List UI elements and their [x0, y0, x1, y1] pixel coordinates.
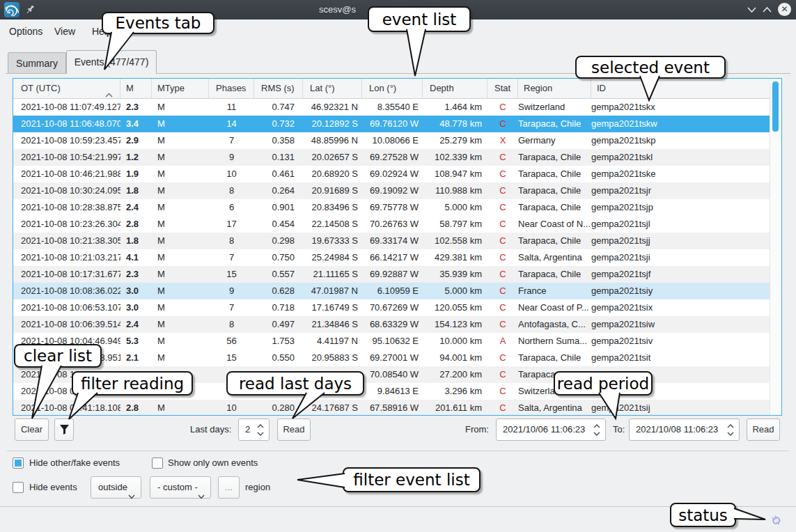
filter-reading-button[interactable]: [54, 418, 74, 441]
table-row[interactable]: 2021-10-08 10:06:39.5142.4M80.49721.3484…: [13, 316, 781, 333]
vertical-scrollbar[interactable]: [770, 79, 781, 415]
cell-lon: 69.33174 W: [362, 233, 423, 249]
cell-depth: 110.988 km: [423, 182, 487, 199]
connection-plug-icon[interactable]: [769, 513, 784, 530]
minimize-button[interactable]: [747, 5, 757, 17]
spin-arrows-icon[interactable]: [593, 423, 600, 444]
column-header-lat[interactable]: Lat (°): [303, 79, 362, 98]
column-header-mtype[interactable]: MType: [152, 79, 209, 98]
cell-region: Tarapaca, Chile: [518, 266, 591, 283]
cell-ot: 2021-10-08 10:28:38.875: [13, 199, 120, 216]
menu-options[interactable]: Options: [9, 19, 42, 43]
cell-rms: 0.298: [254, 233, 303, 249]
table-row[interactable]: 2021-10-08 09:41:18.1082.8M100.28024.176…: [13, 400, 781, 416]
menu-view[interactable]: View: [54, 19, 75, 43]
table-row[interactable]: 2021-10-08 10:08:36.0223.0M90.62847.0198…: [13, 283, 781, 299]
cell-id: gempa2021tskp: [591, 132, 770, 149]
from-label: From:: [465, 418, 489, 441]
column-header-region[interactable]: Region: [518, 79, 591, 98]
read-days-button[interactable]: Read: [277, 418, 311, 441]
read-period-button[interactable]: Read: [747, 418, 780, 441]
table-row[interactable]: 2021-10-08 10:21:03.2174.1M70.75025.2498…: [13, 249, 781, 266]
cell-region: Tarapaca, Chile: [518, 233, 591, 249]
scrollbar-thumb[interactable]: [772, 81, 779, 132]
column-header-stat[interactable]: Stat: [487, 79, 518, 98]
cell-stat: C: [487, 166, 518, 182]
column-header-ot[interactable]: OT (UTC): [13, 79, 120, 98]
region-more-button[interactable]: ...: [218, 476, 240, 499]
cell-rms: 0.264: [254, 182, 303, 199]
callout-read-period: read period: [554, 371, 653, 396]
column-header-id[interactable]: ID: [591, 79, 770, 98]
tab-events[interactable]: Events (477/477): [66, 50, 157, 74]
cell-id: gempa2021tskl: [591, 149, 770, 166]
funnel-icon: [59, 427, 70, 437]
maximize-button[interactable]: [762, 5, 772, 17]
table-body: 2021-10-08 11:07:49.1272.3M110.74746.923…: [13, 99, 781, 416]
table-row[interactable]: 2021-10-08 10:46:21.9881.9M100.46120.689…: [13, 166, 781, 182]
column-header-rms[interactable]: RMS (s): [254, 79, 303, 98]
cell-mtype: M: [152, 216, 209, 233]
table-row[interactable]: 2021-10-08 10:17:31.6772.3M150.55721.111…: [13, 266, 781, 283]
cell-rms: 0.280: [254, 400, 303, 416]
to-datetime[interactable]: 2021/10/08 11:06:23: [629, 418, 740, 441]
cell-ot: 2021-10-08 10:21:38.305: [13, 233, 120, 249]
cell-rms: 0.901: [254, 199, 303, 216]
table-row[interactable]: 2021-10-08 10:30:24.0951.8M80.26420.9168…: [13, 182, 781, 199]
tab-summary[interactable]: Summary: [8, 52, 66, 73]
cell-stat: X: [487, 132, 518, 149]
cell-lon: 8.35540 E: [362, 99, 423, 116]
pin-icon[interactable]: [25, 4, 36, 18]
table-row[interactable]: 2021-10-08 10:02:43.9512.1M150.55020.958…: [13, 350, 781, 366]
spin-arrows-icon[interactable]: [727, 423, 734, 444]
column-header-m[interactable]: M: [120, 79, 152, 98]
table-row[interactable]: 2021-10-08 10:23:26.3042.8M170.45422.145…: [13, 216, 781, 233]
hide-other-fake-events-checkbox[interactable]: [13, 457, 24, 469]
region-preset-combobox[interactable]: - custom -: [150, 476, 211, 499]
region-mode-combobox[interactable]: outside: [91, 476, 141, 499]
close-button[interactable]: ✕: [778, 3, 791, 16]
cell-rms: 0.454: [254, 216, 303, 233]
cell-ot: 2021-10-08 10:30:24.095: [13, 182, 120, 199]
table-row[interactable]: 2021-10-08 10:06:53.1073.0M70.71817.1674…: [13, 299, 781, 316]
cell-lat: 21.34846 S: [303, 316, 362, 333]
cell-phases: 10: [209, 400, 254, 416]
cell-m: 1.9: [120, 166, 152, 182]
cell-stat: C: [487, 99, 518, 116]
cell-rms: 0.358: [254, 132, 303, 149]
table-row[interactable]: 2021-10-08 10:04:46.9495.3M561.7534.4119…: [13, 333, 781, 350]
cell-region: Switzerland: [518, 99, 591, 116]
cell-stat: C: [487, 199, 518, 216]
column-header-lon[interactable]: Lon (°): [362, 79, 423, 98]
cell-m: 2.8: [120, 216, 152, 233]
cell-rms: 0.550: [254, 350, 303, 366]
hide-events-label: Hide events: [29, 481, 77, 494]
table-row[interactable]: 2021-10-08 10:54:21.9971.2M90.13120.0265…: [13, 149, 781, 166]
table-row[interactable]: 2021-10-08 10:21:38.3051.8M80.29819.6733…: [13, 233, 781, 249]
table-row[interactable]: 2021-10-08 10:28:38.8752.4M60.90120.8349…: [13, 199, 781, 216]
table-row[interactable]: 2021-10-08 11:06:48.0703.4M140.73220.128…: [13, 116, 781, 132]
cell-region: France: [518, 283, 591, 299]
cell-m: 3.0: [120, 299, 152, 316]
cell-m: 2.4: [120, 316, 152, 333]
cell-depth: 48.778 km: [423, 116, 487, 132]
hide-events-checkbox[interactable]: [13, 482, 24, 493]
cell-id: gempa2021tsjf: [591, 266, 770, 283]
clear-button[interactable]: Clear: [15, 418, 49, 441]
cell-stat: C: [487, 116, 518, 132]
column-header-depth[interactable]: Depth: [423, 79, 487, 98]
table-row[interactable]: 2021-10-08 11:07:49.1272.3M110.74746.923…: [13, 99, 781, 116]
spin-arrows-icon[interactable]: [257, 423, 264, 444]
cell-lat: 20.91689 S: [303, 182, 362, 199]
table-row[interactable]: 2021-10-08 10:59:23.4572.9M70.35848.8599…: [13, 132, 781, 149]
cell-region: Tarapaca, Chile: [518, 182, 591, 199]
cell-lat: 17.16749 S: [303, 299, 362, 316]
cell-lat: 20.68920 S: [303, 166, 362, 182]
cell-ot: 2021-10-08 10:46:21.988: [13, 166, 120, 182]
from-datetime[interactable]: 2021/10/06 11:06:23: [496, 418, 606, 441]
cell-m: 2.8: [120, 400, 152, 416]
show-only-own-events-checkbox[interactable]: [152, 457, 163, 469]
column-header-phases[interactable]: Phases: [209, 79, 254, 98]
cell-lat: 20.02657 S: [303, 149, 362, 166]
last-days-spinbox[interactable]: 2: [238, 418, 270, 441]
